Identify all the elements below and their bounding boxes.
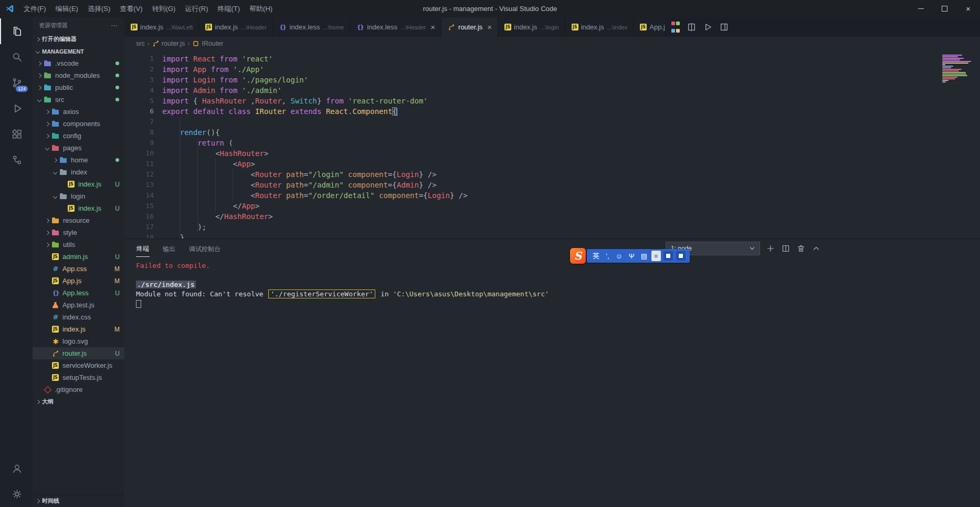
extensions-icon[interactable] xyxy=(0,121,33,147)
tree-item-.gitignore[interactable]: .gitignore xyxy=(33,384,124,396)
code-editor[interactable]: 1import React from 'react'2import App fr… xyxy=(124,50,980,239)
tree-item-App.css[interactable]: #App.cssM xyxy=(33,263,124,275)
manage-icon[interactable] xyxy=(0,481,33,507)
tree-item-label: home xyxy=(71,156,88,164)
tree-item-components[interactable]: components xyxy=(33,118,124,130)
panel-tab-输出[interactable]: 输出 xyxy=(162,240,176,257)
run-and-debug-icon[interactable] xyxy=(0,96,33,121)
close-icon[interactable]: × xyxy=(430,23,435,31)
menu-item[interactable]: 转到(G) xyxy=(147,0,181,17)
ime-chip-2[interactable] xyxy=(676,251,686,261)
tree-item-index.js[interactable]: JSindex.jsU xyxy=(33,202,124,214)
breadcrumb-src[interactable]: src xyxy=(136,40,145,47)
breadcrumb-router.js[interactable]: router.js xyxy=(152,40,185,47)
tab-router.js[interactable]: router.js× xyxy=(441,17,498,37)
tab-index.less[interactable]: {}index.less...\home xyxy=(273,17,351,37)
menu-item[interactable]: 编辑(E) xyxy=(51,0,83,17)
ime-toolbar[interactable]: S 英’,☺Ψ▤≡ xyxy=(570,248,690,264)
tree-item-axios[interactable]: axios xyxy=(33,106,124,118)
tab-index.js[interactable]: JSindex.js...\Header xyxy=(199,17,272,37)
js-file-icon: JS xyxy=(52,253,59,260)
account-icon[interactable] xyxy=(0,456,33,481)
tree-item-App.less[interactable]: {}App.lessU xyxy=(33,287,124,299)
project-section[interactable]: MANAGEMENT xyxy=(33,45,124,57)
maximize-button[interactable] xyxy=(933,0,956,17)
tree-item-logo.svg[interactable]: ∗logo.svg xyxy=(33,335,124,347)
minimize-button[interactable] xyxy=(909,0,933,17)
folder-icon xyxy=(52,243,59,247)
tree-item-label: serviceWorker.js xyxy=(62,361,112,369)
tree-item-index.js[interactable]: JSindex.jsM xyxy=(33,323,124,335)
explorer-icon[interactable] xyxy=(0,18,33,44)
tree-item-index[interactable]: index xyxy=(33,166,124,178)
tab-App.j[interactable]: JSApp.j xyxy=(634,17,666,37)
maximize-panel-icon[interactable] xyxy=(809,242,823,255)
tab-index.js[interactable]: JSindex.js...\index xyxy=(565,17,634,37)
color-palette-icon[interactable] xyxy=(669,20,682,34)
tree-item-node_modules[interactable]: node_modules xyxy=(33,69,124,81)
split-terminal-icon[interactable] xyxy=(779,242,792,255)
breadcrumb-IRouter[interactable]: IRouter xyxy=(192,40,223,47)
source-control-icon[interactable]: 124 xyxy=(0,70,33,96)
remote-icon[interactable] xyxy=(0,147,33,173)
ime-language[interactable]: 英 xyxy=(589,251,603,261)
run-file-icon[interactable] xyxy=(701,20,715,34)
tab-label: index.less xyxy=(367,23,397,31)
minimap[interactable] xyxy=(942,55,975,82)
sogou-logo-icon[interactable]: S xyxy=(570,248,586,264)
close-button[interactable]: × xyxy=(956,0,980,17)
more-actions-icon[interactable]: ⋯ xyxy=(111,22,118,29)
open-changes-icon[interactable] xyxy=(685,20,699,34)
tree-item-App.js[interactable]: JSApp.jsM xyxy=(33,275,124,287)
ime-voice[interactable]: Ψ xyxy=(626,252,638,260)
tree-item-login[interactable]: login xyxy=(33,190,124,202)
menu-item[interactable]: 文件(F) xyxy=(19,0,51,17)
outline-section[interactable]: 大纲 xyxy=(33,396,124,408)
kill-terminal-icon[interactable] xyxy=(794,242,807,255)
open-editors-section[interactable]: 打开的编辑器 xyxy=(33,33,124,45)
tree-item-App.test.js[interactable]: App.test.js xyxy=(33,299,124,311)
terminal-output[interactable]: Failed to compile../src/index.jsModule n… xyxy=(124,257,980,507)
tree-item-.vscode[interactable]: .vscode xyxy=(33,57,124,69)
tree-item-home[interactable]: home xyxy=(33,154,124,166)
tree-item-admin.js[interactable]: JSadmin.jsU xyxy=(33,251,124,263)
indent-guide xyxy=(197,138,198,232)
tree-item-setupTests.js[interactable]: JSsetupTests.js xyxy=(33,371,124,384)
panel-tab-调试控制台[interactable]: 调试控制台 xyxy=(188,240,221,257)
timeline-section[interactable]: 时间线 xyxy=(33,494,124,507)
menu-item[interactable]: 终端(T) xyxy=(213,0,245,17)
close-icon[interactable]: × xyxy=(487,23,492,31)
ime-punctuation[interactable]: ’, xyxy=(603,252,613,260)
menu-item[interactable]: 运行(R) xyxy=(180,0,213,17)
tree-item-router.js[interactable]: router.jsU xyxy=(33,347,124,359)
ime-keyboard[interactable]: ▤ xyxy=(638,252,650,260)
tab-label: App.j xyxy=(649,23,665,31)
activity-bar-bottom xyxy=(0,456,33,507)
panel-tab-终端[interactable]: 终端 xyxy=(136,240,150,257)
ime-chip-1[interactable] xyxy=(663,251,673,261)
chevron-right-icon xyxy=(36,60,44,67)
ime-toolbox[interactable]: ≡ xyxy=(651,251,661,261)
new-terminal-icon[interactable] xyxy=(764,242,777,255)
menu-item[interactable]: 帮助(H) xyxy=(245,0,277,17)
code-token: component xyxy=(348,170,388,179)
tree-item-pages[interactable]: pages xyxy=(33,142,124,154)
tree-item-utils[interactable]: utils xyxy=(33,239,124,251)
ime-emoji[interactable]: ☺ xyxy=(613,252,626,260)
tree-item-serviceWorker.js[interactable]: JSserviceWorker.js xyxy=(33,359,124,371)
tab-index.less[interactable]: {}index.less...\Header× xyxy=(350,17,441,37)
tab-index.js[interactable]: JSindex.js...\login xyxy=(498,17,565,37)
menu-item[interactable]: 查看(V) xyxy=(115,0,147,17)
tree-item-index.css[interactable]: #index.css xyxy=(33,311,124,323)
tree-item-src[interactable]: src xyxy=(33,94,124,106)
search-icon[interactable] xyxy=(0,44,33,70)
tree-item-resource[interactable]: resource xyxy=(33,214,124,226)
tree-item-config[interactable]: config xyxy=(33,130,124,142)
tree-item-index.js[interactable]: JSindex.jsU xyxy=(33,178,124,190)
split-editor-icon[interactable] xyxy=(718,20,731,34)
tree-item-style[interactable]: style xyxy=(33,226,124,239)
code-line: 10 <HashRouter> xyxy=(124,148,980,159)
menu-item[interactable]: 选择(S) xyxy=(83,0,115,17)
tree-item-public[interactable]: public xyxy=(33,81,124,94)
tab-index.js[interactable]: JSindex.js...\NavLeft xyxy=(124,17,199,37)
